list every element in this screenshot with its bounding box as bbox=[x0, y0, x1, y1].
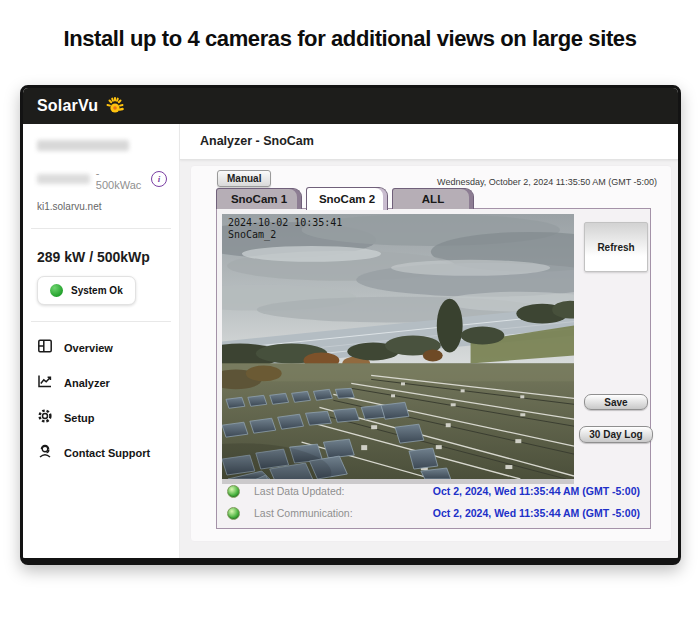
status-row-last-communication: Last Communication: Oct 2, 2024, Wed 11:… bbox=[227, 502, 640, 524]
tab-snocam-1[interactable]: SnoCam 1 bbox=[216, 188, 302, 209]
green-led-icon bbox=[227, 507, 240, 520]
camera-overlay-text: 2024-10-02 10:35:41SnoCam_2 bbox=[228, 217, 342, 241]
sidebar-item-overview[interactable]: Overview bbox=[37, 338, 167, 358]
tab-snocam-2[interactable]: SnoCam 2 bbox=[306, 187, 388, 210]
redacted-site-name bbox=[37, 140, 129, 151]
current-datetime: Wednesday, October 2, 2024 11:35:50 AM (… bbox=[437, 177, 657, 187]
sidebar-item-setup[interactable]: Setup bbox=[37, 408, 167, 428]
sidebar-item-analyzer[interactable]: Analyzer bbox=[37, 373, 167, 393]
sidebar: - 500kWac i ki1.solarvu.net 289 kW / 500… bbox=[23, 124, 180, 558]
analyzer-card: Manual Wednesday, October 2, 2024 11:35:… bbox=[190, 165, 672, 542]
manual-button[interactable]: Manual bbox=[217, 170, 271, 187]
sidebar-divider bbox=[31, 228, 171, 229]
setup-gear-icon bbox=[37, 408, 53, 428]
status-section: Last Data Updated: Oct 2, 2024, Wed 11:3… bbox=[227, 480, 640, 524]
status-value: Oct 2, 2024, Wed 11:35:44 AM (GMT -5:00) bbox=[433, 485, 640, 497]
system-status-label: System Ok bbox=[71, 285, 123, 296]
sidebar-item-label: Analyzer bbox=[64, 377, 110, 389]
sidebar-item-label: Setup bbox=[64, 412, 95, 424]
thirty-day-log-button[interactable]: 30 Day Log bbox=[579, 426, 653, 443]
status-label: Last Data Updated: bbox=[254, 485, 344, 497]
app-window: SolarVu bbox=[20, 85, 681, 565]
status-label: Last Communication: bbox=[254, 507, 353, 519]
save-button[interactable]: Save bbox=[584, 394, 648, 410]
camera-timestamp: 2024-10-02 10:35:41 bbox=[228, 217, 342, 228]
sidebar-item-contact-support[interactable]: Contact Support bbox=[37, 443, 167, 463]
tab-all[interactable]: ALL bbox=[392, 188, 474, 209]
green-led-icon bbox=[227, 485, 240, 498]
redacted-site-id bbox=[37, 174, 90, 184]
power-summary: 289 kW / 500kWp bbox=[37, 249, 167, 265]
sun-logo-icon bbox=[103, 94, 127, 118]
sidebar-divider bbox=[31, 321, 171, 322]
refresh-button[interactable]: Refresh bbox=[584, 222, 648, 272]
site-domain: ki1.solarvu.net bbox=[37, 201, 167, 212]
status-green-dot-icon bbox=[50, 284, 63, 297]
camera-name: SnoCam_2 bbox=[228, 229, 276, 240]
sidebar-item-label: Contact Support bbox=[64, 447, 150, 459]
top-bar: SolarVu bbox=[23, 88, 678, 124]
brand-name: SolarVu bbox=[37, 97, 98, 115]
contact-support-icon bbox=[37, 443, 53, 463]
camera-tabs: SnoCam 1 SnoCam 2 ALL bbox=[216, 187, 474, 209]
page-title: Analyzer - SnoCam bbox=[180, 124, 678, 160]
sidebar-menu: Overview Analyzer bbox=[35, 338, 167, 463]
main-area: Analyzer - SnoCam Manual Wednesday, Octo… bbox=[180, 124, 678, 558]
sidebar-item-label: Overview bbox=[64, 342, 113, 354]
info-icon[interactable]: i bbox=[151, 171, 167, 187]
status-value: Oct 2, 2024, Wed 11:35:44 AM (GMT -5:00) bbox=[433, 507, 640, 519]
status-row-last-data: Last Data Updated: Oct 2, 2024, Wed 11:3… bbox=[227, 480, 640, 502]
camera-image: 2024-10-02 10:35:41SnoCam_2 bbox=[222, 214, 574, 479]
main-content: Manual Wednesday, October 2, 2024 11:35:… bbox=[180, 160, 678, 558]
overview-grid-icon bbox=[37, 338, 53, 358]
page-headline: Install up to 4 cameras for additional v… bbox=[0, 26, 700, 52]
camera-panel: 2024-10-02 10:35:41SnoCam_2 Refresh Save… bbox=[216, 208, 651, 529]
site-capacity-label: - 500kWac bbox=[96, 167, 145, 191]
analyzer-chart-icon bbox=[37, 373, 53, 393]
system-status-button[interactable]: System Ok bbox=[37, 276, 136, 305]
